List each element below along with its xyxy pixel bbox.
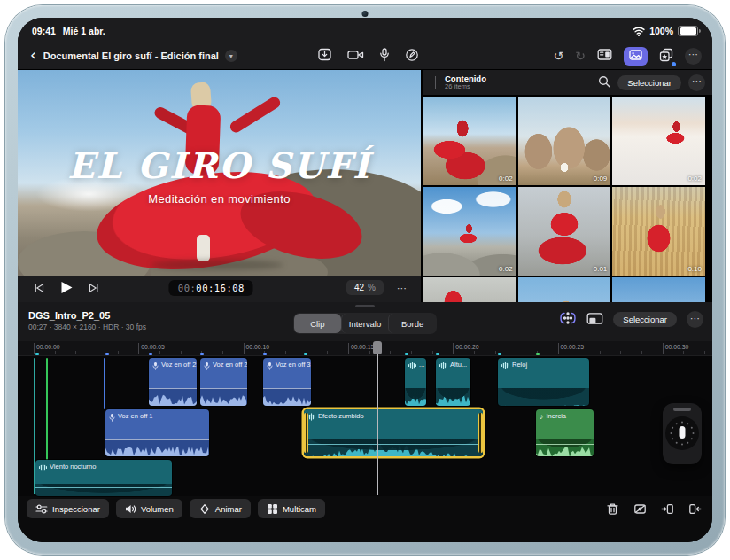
ruler-tick <box>620 351 621 354</box>
clip-start-marker <box>405 353 408 355</box>
ruler-tick <box>222 351 223 354</box>
ruler-timecode: 00:00:05 <box>141 344 164 350</box>
segment-clip[interactable]: Clip <box>294 314 341 333</box>
skip-back-button[interactable] <box>34 283 44 296</box>
timeline-more-button[interactable]: ⋯ <box>687 311 703 328</box>
pane-drag-handle[interactable] <box>431 76 436 89</box>
jog-wheel[interactable] <box>663 403 702 464</box>
overlay-view-icon <box>586 312 603 328</box>
timeline-clip[interactable]: Voz en off 2 <box>200 358 247 406</box>
clip-label: Voz en off 2 <box>161 361 196 369</box>
volumen-button[interactable]: Volumen <box>116 499 182 518</box>
timeline-clip[interactable]: ♪Inercia <box>536 409 594 456</box>
segment-borde[interactable]: Borde <box>388 314 436 333</box>
skip-back-icon <box>34 283 44 296</box>
timeline-header: DGS_Intro_P2_05 00:27 · 3840 × 2160 · HD… <box>18 302 712 341</box>
timeline-clip[interactable]: Efecto zumbido <box>304 409 483 456</box>
back-button[interactable]: ‹ <box>28 48 43 65</box>
timeline-clip[interactable]: Voz en off 3 <box>263 358 311 406</box>
media-thumbnail[interactable] <box>423 277 516 302</box>
camera-button[interactable] <box>347 49 364 64</box>
animar-button[interactable]: Animar <box>190 499 251 518</box>
inspector-panel-button[interactable] <box>597 48 612 64</box>
playhead-handle[interactable] <box>373 341 382 354</box>
insert-clip-button[interactable] <box>661 502 674 516</box>
ruler-tick <box>432 351 433 354</box>
jog-dial[interactable] <box>665 416 699 450</box>
timeline-clip[interactable]: Voz en off 2 <box>149 358 197 406</box>
effects-badge-dot <box>672 62 676 66</box>
clip-start-marker <box>436 353 439 355</box>
media-thumbnail[interactable]: 0:02 <box>612 97 705 185</box>
project-title-menu-button[interactable]: ▾ <box>225 50 237 62</box>
timeline-tracks[interactable]: Voz en off 2Voz en off 2Voz en off 3...A… <box>18 356 712 496</box>
clip-start-marker <box>304 353 307 355</box>
viewer-zoom-button[interactable]: 42% <box>346 280 384 295</box>
effects-button[interactable] <box>659 48 673 65</box>
toolbar-more-button[interactable]: ⋯ <box>685 48 702 65</box>
toolbar-button-label: Animar <box>215 504 242 514</box>
timeline-clip[interactable]: Viento nocturno <box>35 460 172 496</box>
media-thumbnail[interactable]: 0:02 <box>423 97 516 185</box>
blade-icon <box>633 502 647 516</box>
timeline-drag-handle[interactable] <box>355 305 375 307</box>
media-thumbnail[interactable]: 0:10 <box>612 187 705 276</box>
animate-icon <box>198 503 211 515</box>
import-icon <box>317 47 332 65</box>
effects-stack-icon <box>659 48 673 65</box>
battery-percent: 100% <box>649 26 673 36</box>
selection-mode-segmented-control: ClipIntervaloBorde <box>293 313 437 334</box>
media-thumbnail[interactable] <box>518 277 611 302</box>
video-preview[interactable]: EL GIRO SUFÍ Meditación en movimiento <box>18 70 421 276</box>
media-browser-button[interactable] <box>624 47 648 66</box>
delete-button[interactable] <box>606 502 619 516</box>
timeline-clip[interactable]: Altu... <box>436 358 470 406</box>
voiceover-button[interactable] <box>379 48 390 65</box>
browser-more-button[interactable]: ⋯ <box>688 74 705 91</box>
photo-icon <box>629 50 642 63</box>
ruler-timecode: 00:00:15 <box>351 344 374 350</box>
media-thumbnail[interactable]: 0:09 <box>518 97 611 185</box>
timeline-select-button[interactable]: Seleccionar <box>613 312 677 327</box>
multicam-button[interactable]: Multicam <box>258 499 325 518</box>
ruler-tick <box>474 351 475 354</box>
redo-button[interactable]: ↻ <box>575 50 586 62</box>
insert-clip-icon <box>661 502 674 516</box>
playhead[interactable] <box>377 341 378 495</box>
browser-header: Contenido 26 ítems Seleccionar ⋯ <box>423 70 712 95</box>
figure-shadow-art <box>151 260 283 270</box>
timeline-clip[interactable]: Reloj <box>498 358 589 406</box>
blade-button[interactable] <box>633 502 647 516</box>
mic-icon <box>204 362 210 371</box>
viewer-more-button[interactable]: ⋯ <box>393 281 410 298</box>
media-thumbnail[interactable]: 0:01 <box>518 187 611 276</box>
mic-icon <box>152 362 159 371</box>
pencil-tools-button[interactable] <box>405 48 419 65</box>
timeline-clip[interactable]: Voz en off 1 <box>105 409 209 456</box>
mic-icon <box>109 413 115 423</box>
volume-icon <box>125 503 136 515</box>
search-button[interactable] <box>598 75 610 90</box>
dervish-arm-art <box>228 95 282 135</box>
inspeccionar-button[interactable]: Inspeccionar <box>27 499 109 518</box>
media-thumbnail[interactable]: 0:02 <box>423 187 516 276</box>
timeline-clip[interactable]: ... <box>405 358 426 406</box>
main-area: EL GIRO SUFÍ Meditación en movimiento 00… <box>18 70 712 302</box>
undo-button[interactable]: ↺ <box>554 50 564 62</box>
media-thumbnail[interactable] <box>612 277 705 302</box>
overlay-view-button[interactable] <box>586 312 603 328</box>
skip-forward-button[interactable] <box>89 283 99 296</box>
jog-wheel-grab-handle[interactable] <box>673 408 691 411</box>
browser-select-button[interactable]: Seleccionar <box>617 75 681 90</box>
timeline-ruler[interactable]: 00:00:0000:00:0500:00:1000:00:1500:00:20… <box>18 341 712 356</box>
import-media-button[interactable] <box>317 47 332 65</box>
timecode-value: 00:16:08 <box>196 283 245 293</box>
overwrite-clip-button[interactable] <box>688 502 702 516</box>
audio-waveform <box>405 388 426 406</box>
magnetic-timeline-button[interactable] <box>559 311 577 328</box>
thin-clip-stub[interactable] <box>104 358 105 409</box>
segment-intervalo[interactable]: Intervalo <box>341 314 389 333</box>
timecode-display[interactable]: 00:00:16:08 <box>169 280 253 296</box>
clip-label: Inercia <box>547 412 567 420</box>
play-button[interactable] <box>60 281 73 297</box>
